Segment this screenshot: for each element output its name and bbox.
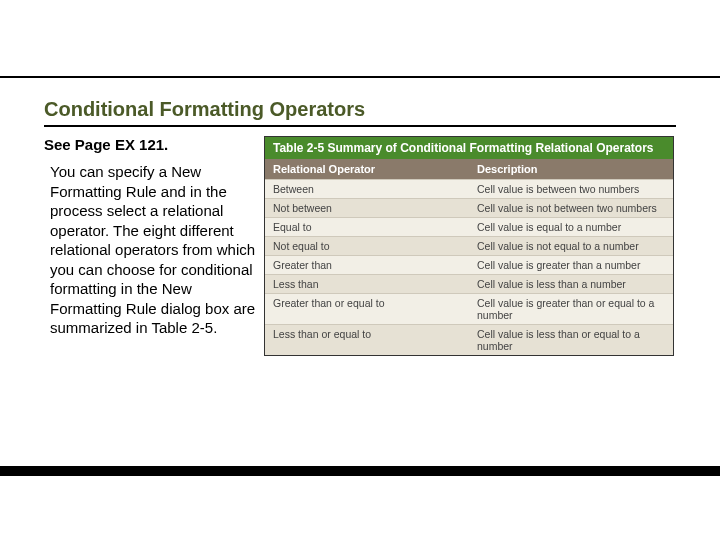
cell-operator: Less than [265,275,469,293]
table-row: Less than or equal to Cell value is less… [265,324,673,355]
cell-operator: Greater than [265,256,469,274]
body-paragraph: You can specify a New Formatting Rule an… [50,162,262,338]
cell-operator: Less than or equal to [265,325,469,355]
cell-description: Cell value is not equal to a number [469,237,673,255]
cell-description: Cell value is less than or equal to a nu… [469,325,673,355]
top-rule [0,76,720,78]
page-reference: See Page EX 121. [44,136,168,153]
operators-table: Table 2-5 Summary of Conditional Formatt… [264,136,674,356]
cell-description: Cell value is greater than or equal to a… [469,294,673,324]
cell-description: Cell value is equal to a number [469,218,673,236]
cell-operator: Greater than or equal to [265,294,469,324]
table-row: Not equal to Cell value is not equal to … [265,236,673,255]
table-row: Not between Cell value is not between tw… [265,198,673,217]
table-header-row: Relational Operator Description [265,159,673,179]
table-header-operator: Relational Operator [265,159,469,179]
cell-description: Cell value is less than a number [469,275,673,293]
cell-description: Cell value is greater than a number [469,256,673,274]
cell-operator: Equal to [265,218,469,236]
cell-operator: Not equal to [265,237,469,255]
table-header-description: Description [469,159,673,179]
cell-operator: Not between [265,199,469,217]
table-row: Greater than Cell value is greater than … [265,255,673,274]
slide-title: Conditional Formatting Operators [44,98,676,127]
table-row: Between Cell value is between two number… [265,179,673,198]
table-row: Greater than or equal to Cell value is g… [265,293,673,324]
cell-description: Cell value is between two numbers [469,180,673,198]
slide: Conditional Formatting Operators See Pag… [0,0,720,540]
cell-description: Cell value is not between two numbers [469,199,673,217]
table-caption: Table 2-5 Summary of Conditional Formatt… [265,137,673,159]
table-row: Equal to Cell value is equal to a number [265,217,673,236]
bottom-rule [0,466,720,476]
cell-operator: Between [265,180,469,198]
table-row: Less than Cell value is less than a numb… [265,274,673,293]
